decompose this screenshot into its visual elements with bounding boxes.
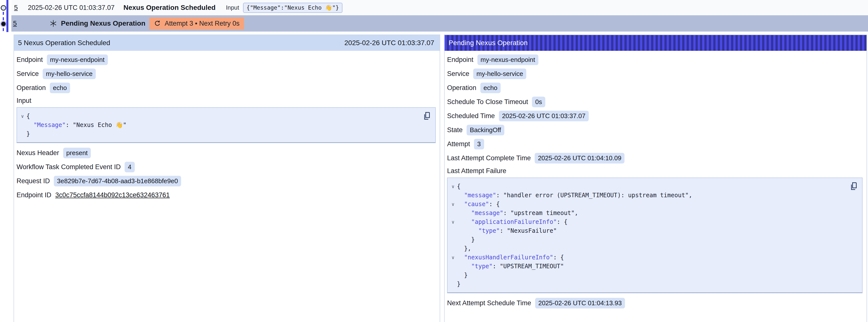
field-operation: Operation echo [17, 83, 436, 93]
code-line: } [19, 129, 418, 138]
field-attempt: Attempt 3 [447, 139, 863, 149]
event-input-preview-badge: {"Message":"Nexus Echo 👋"} [243, 3, 342, 13]
code-text: "message": "handler error (UPSTREAM_TIME… [457, 191, 692, 200]
copy-icon[interactable] [423, 111, 431, 121]
event-name: Pending Nexus Operation [61, 20, 145, 27]
code-text: "Message": "Nexus Echo 👋" [26, 121, 127, 129]
selected-group-accent-bar [6, 0, 8, 32]
field-next-attempt-schedule-time: Next Attempt Schedule Time 2025-02-26 UT… [447, 298, 863, 308]
field-value-badge: 3 [474, 139, 484, 150]
collapse-chevron-icon[interactable]: ∨ [449, 253, 457, 262]
field-request-id: Request ID 3e829b7e-7d67-4b08-aad3-b1e86… [17, 176, 436, 186]
code-text: { [457, 182, 460, 191]
event-row-nexus-operation-scheduled[interactable]: 5 2025-02-26 UTC 01:03:37.07 Nexus Opera… [11, 0, 868, 15]
pending-asterisk-icon [49, 19, 58, 28]
field-value-badge: present [63, 148, 91, 158]
field-value-badge: my-hello-service [43, 68, 96, 79]
field-value-badge: my-nexus-endpoint [477, 55, 538, 65]
collapse-chevron-icon[interactable]: ∨ [449, 218, 457, 226]
field-value-badge: 0s [532, 97, 545, 107]
code-text: "type": "UPSTREAM_TIMEOUT" [457, 262, 564, 271]
input-json-viewer: ∨{ "Message": "Nexus Echo 👋"} [17, 107, 436, 143]
field-value-badge: BackingOff [467, 125, 504, 135]
timeline-open-circle-icon [1, 5, 6, 10]
code-gutter [449, 226, 457, 235]
code-line: }, [449, 244, 845, 253]
code-line: ∨ "applicationFailureInfo": { [449, 218, 845, 226]
input-section-label: Input [17, 97, 436, 105]
attempt-retry-text: Attempt 3 • Next Retry 0s [164, 20, 240, 27]
event-timestamp: 2025-02-26 UTC 01:03:37.07 [28, 4, 115, 11]
collapse-chevron-icon[interactable]: ∨ [449, 200, 457, 208]
timeline-filled-dot-icon [1, 22, 6, 26]
code-gutter [449, 262, 457, 271]
field-label: Service [17, 70, 39, 78]
field-value-badge: 2025-02-26 UTC 01:03:37.07 [499, 111, 589, 121]
endpoint-id-link[interactable]: 3c0c75ccfa8144b092c13ce632463761 [55, 191, 170, 199]
field-workflow-task-completed-event-id: Workflow Task Completed Event ID 4 [17, 162, 436, 172]
field-label: Scheduled Time [447, 112, 495, 120]
field-service: Service my-hello-service [17, 69, 436, 79]
field-label: Last Attempt Complete Time [447, 154, 531, 162]
pending-panel-title: Pending Nexus Operation [448, 39, 528, 47]
code-text: } [457, 271, 468, 280]
field-scheduled-time: Scheduled Time 2025-02-26 UTC 01:03:37.0… [447, 111, 863, 121]
collapse-chevron-icon[interactable]: ∨ [449, 182, 457, 191]
pending-panel-header: Pending Nexus Operation [444, 35, 867, 51]
code-gutter [449, 208, 457, 218]
field-schedule-to-close-timeout: Schedule To Close Timeout 0s [447, 97, 863, 107]
code-text: "message": "upstream timeout", [457, 208, 578, 218]
code-line: ∨ "cause": { [449, 200, 845, 208]
field-value-badge: my-nexus-endpoint [47, 55, 108, 65]
event-row-pending-nexus-operation[interactable]: 5 Pending Nexus Operation Attempt 3 • Ne… [11, 15, 868, 32]
event-input-label: Input [226, 4, 239, 11]
field-last-attempt-complete-time: Last Attempt Complete Time 2025-02-26 UT… [447, 153, 863, 163]
code-line: "Message": "Nexus Echo 👋" [19, 121, 418, 129]
field-label: Endpoint ID [17, 191, 51, 199]
field-endpoint: Endpoint my-nexus-endpoint [447, 55, 863, 65]
event-id-link[interactable]: 5 [14, 4, 22, 11]
field-label: Operation [447, 84, 476, 92]
code-text: }, [457, 244, 471, 253]
scheduled-panel-header: 5 Nexus Operation Scheduled 2025-02-26 U… [14, 35, 440, 51]
code-text: { [26, 112, 30, 121]
field-label: Endpoint [447, 56, 473, 64]
field-value-badge: 3e829b7e-7d67-4b08-aad3-b1e868bfe9e0 [54, 176, 181, 186]
code-gutter [449, 191, 457, 200]
code-line: } [449, 235, 845, 244]
event-name: Nexus Operation Scheduled [123, 4, 215, 11]
code-text: } [457, 280, 460, 288]
scheduled-panel-title: 5 Nexus Operation Scheduled [18, 39, 110, 47]
event-history-rows: 5 2025-02-26 UTC 01:03:37.07 Nexus Opera… [11, 0, 868, 32]
field-label: State [447, 126, 463, 134]
code-line: ∨{ [19, 112, 418, 121]
field-operation: Operation echo [447, 83, 863, 93]
retry-icon [154, 20, 161, 27]
field-value-badge: echo [50, 83, 70, 93]
field-label: Workflow Task Completed Event ID [17, 163, 121, 171]
event-id-link[interactable]: 5 [13, 20, 21, 27]
timeline-gutter [0, 0, 11, 32]
field-value-badge: 2025-02-26 UTC 01:04:13.93 [535, 298, 625, 309]
field-value-badge: 4 [125, 162, 134, 172]
field-value-badge: echo [480, 83, 501, 93]
pending-operation-detail-panel: Pending Nexus Operation Endpoint my-nexu… [444, 34, 867, 322]
code-gutter [449, 244, 457, 253]
field-label: Nexus Header [17, 149, 59, 157]
field-label: Endpoint [17, 56, 43, 64]
code-line: "type": "NexusFailure" [449, 226, 845, 235]
code-gutter [449, 271, 457, 280]
field-label: Attempt [447, 140, 470, 148]
copy-icon[interactable] [849, 182, 858, 191]
code-line: "message": "upstream timeout", [449, 208, 845, 218]
code-gutter [19, 121, 26, 129]
code-line: ∨ "nexusHandlerFailureInfo": { [449, 253, 845, 262]
failure-json-viewer: ∨{ "message": "handler error (UPSTREAM_T… [447, 178, 863, 293]
attempt-retry-badge: Attempt 3 • Next Retry 0s [149, 18, 244, 30]
collapse-chevron-icon[interactable]: ∨ [19, 112, 26, 121]
code-gutter [19, 129, 26, 138]
field-nexus-header: Nexus Header present [17, 148, 436, 158]
scheduled-event-detail-panel: 5 Nexus Operation Scheduled 2025-02-26 U… [13, 34, 440, 322]
field-service: Service my-hello-service [447, 69, 863, 79]
code-line: ∨{ [449, 182, 845, 191]
